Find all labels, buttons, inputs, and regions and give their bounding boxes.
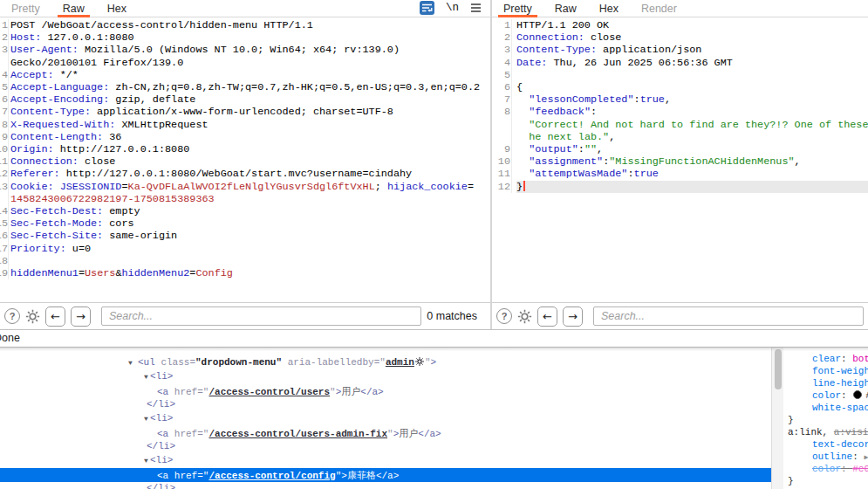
- markup-row[interactable]: ▼<li>: [0, 370, 771, 384]
- css-rule-line[interactable]: color: #e04: [812, 464, 868, 475]
- markup-row[interactable]: <a href="/access-control/users-admin-fix…: [0, 426, 771, 440]
- scrollbar-thumb[interactable]: [775, 349, 782, 389]
- tab-raw[interactable]: Raw: [61, 1, 86, 17]
- markup-row[interactable]: ▼<ul class="dropdown-menu" aria-labelled…: [0, 356, 771, 370]
- response-editor[interactable]: 1HTTP/1.1 200 OK2Connection: close3Conte…: [492, 17, 868, 302]
- request-line: 19hiddenMenu1=Users&hiddenMenu2=Config: [0, 267, 490, 279]
- response-line: 4Date: Thu, 26 Jun 2025 06:56:36 GMT: [492, 57, 868, 69]
- css-rule-line[interactable]: line-height:: [812, 378, 868, 389]
- response-line: 3Content-Type: application/json: [492, 44, 868, 56]
- response-tabbar: PrettyRawHexRender: [492, 0, 868, 17]
- request-line: 9Content-Length: 36: [0, 131, 490, 143]
- response-panel: PrettyRawHexRender 1HTTP/1.1 200 OK2Conn…: [490, 0, 868, 329]
- css-rule-line[interactable]: color: #: [812, 390, 868, 402]
- request-line: 1458243006722982197-1750815389363: [0, 193, 490, 205]
- request-line: 13Cookie: JSESSIONID=Ka-QvDFLaAlWVOI2fLe…: [0, 181, 490, 193]
- wrap-lines-icon[interactable]: [420, 1, 434, 15]
- response-line: 8 "feedback":: [492, 106, 868, 118]
- search-next-button[interactable]: →: [71, 306, 91, 327]
- expand-arrow-icon[interactable]: ▼: [144, 457, 148, 465]
- help-icon[interactable]: ?: [4, 308, 20, 324]
- response-line: 5: [492, 69, 868, 81]
- request-search-input[interactable]: [101, 306, 421, 326]
- request-search-matches: 0 matches: [427, 310, 486, 322]
- css-rule-line[interactable]: outline: ▶ r: [812, 451, 868, 463]
- css-rule-line[interactable]: text-decoration:: [812, 439, 868, 451]
- search-settings-gear-icon[interactable]: [25, 309, 40, 324]
- search-previous-button[interactable]: ←: [537, 306, 557, 327]
- burp-message-editors: PrettyRawHex \n 1POST /WebGoat/access-co…: [0, 0, 868, 330]
- request-toolbar: \n: [420, 1, 482, 15]
- response-line: 1HTTP/1.1 200 OK: [492, 19, 868, 31]
- expand-arrow-icon[interactable]: ▼: [128, 359, 133, 367]
- text-cursor: [523, 181, 525, 191]
- markup-row[interactable]: ▼<li>: [0, 454, 771, 468]
- node-picker-icon[interactable]: [415, 357, 424, 368]
- devtools-inspector: </b> ▼<ul class="dropdown-menu" aria-lab…: [0, 348, 868, 489]
- request-line: 14Sec-Fetch-Dest: empty: [0, 205, 490, 217]
- request-tabs: PrettyRawHex: [0, 0, 138, 15]
- response-line: he next lab.",: [492, 131, 868, 143]
- request-line: 4Accept: */*: [0, 69, 490, 81]
- request-line: 16Sec-Fetch-Site: same-origin: [0, 230, 490, 242]
- css-rule-line[interactable]: a:link, a:visited: [788, 427, 868, 438]
- response-search-input[interactable]: [593, 306, 864, 326]
- request-line: 18: [0, 255, 490, 267]
- response-line: 6{: [492, 81, 868, 93]
- request-line: 10Origin: http://127.0.0.1:8080: [0, 143, 490, 155]
- help-icon[interactable]: ?: [496, 308, 512, 324]
- newline-toggle[interactable]: \n: [446, 2, 459, 14]
- response-line: 10 "assignment":"MissingFunctionACHidden…: [492, 155, 868, 168]
- expand-arrow-icon[interactable]: ▼: [144, 373, 148, 381]
- request-line: 17Priority: u=0: [0, 243, 490, 255]
- request-searchbar: ? ← → 0 matches: [0, 302, 490, 329]
- request-line: 3User-Agent: Mozilla/5.0 (Windows NT 10.…: [0, 44, 490, 56]
- markup-row-selected[interactable]: <a href="/access-control/config">康菲格</a>: [0, 468, 771, 482]
- request-line: 12Referer: http://127.0.0.1:8080/WebGoat…: [0, 168, 490, 180]
- request-line: 15Sec-Fetch-Mode: cors: [0, 217, 490, 230]
- tab-pretty[interactable]: Pretty: [10, 1, 42, 17]
- response-searchbar: ? ← →: [492, 302, 868, 329]
- tab-pretty[interactable]: Pretty: [502, 1, 534, 17]
- request-line: Gecko/20100101 Firefox/139.0: [0, 57, 490, 69]
- markup-row[interactable]: ▼<li>: [0, 412, 771, 426]
- devtools-scrollbar[interactable]: [771, 348, 783, 489]
- search-next-button[interactable]: →: [563, 306, 583, 327]
- markup-row[interactable]: </li>: [0, 398, 771, 412]
- response-line: "Correct! And not hard to find are they?…: [492, 119, 868, 131]
- css-rule-line[interactable]: }: [788, 415, 794, 426]
- tab-raw[interactable]: Raw: [553, 1, 578, 17]
- devtools-rules-view[interactable]: clear: bothfont-weight: line-height: col…: [784, 348, 868, 489]
- search-settings-gear-icon[interactable]: [517, 309, 532, 324]
- tab-hex[interactable]: Hex: [598, 1, 620, 17]
- request-line: 5Accept-Language: zh-CN,zh;q=0.8,zh-TW;q…: [0, 81, 490, 93]
- tab-render[interactable]: Render: [639, 1, 679, 17]
- editor-menu-icon[interactable]: [470, 3, 482, 13]
- request-panel: PrettyRawHex \n 1POST /WebGoat/access-co…: [0, 0, 490, 329]
- status-text: Done: [0, 332, 20, 344]
- expand-arrow-icon[interactable]: ▼: [144, 415, 148, 423]
- response-line: 7 "lessonCompleted":true,: [492, 93, 868, 106]
- request-line: 2Host: 127.0.0.1:8080: [0, 31, 490, 44]
- response-line: 2Connection: close: [492, 31, 868, 44]
- css-rule-line[interactable]: }: [788, 476, 794, 487]
- response-line: 12}: [492, 181, 868, 193]
- css-rule-line[interactable]: white-space:: [812, 403, 868, 414]
- request-tabbar: PrettyRawHex \n: [0, 0, 490, 17]
- search-previous-button[interactable]: ←: [45, 306, 65, 327]
- color-swatch[interactable]: [853, 390, 862, 399]
- markup-row[interactable]: </li>: [0, 440, 771, 454]
- css-rule-line[interactable]: clear: both: [812, 354, 868, 365]
- markup-row[interactable]: <a href="/access-control/users">用户</a>: [0, 384, 771, 398]
- request-line: 1POST /WebGoat/access-control/hidden-men…: [0, 19, 490, 31]
- request-editor[interactable]: 1POST /WebGoat/access-control/hidden-men…: [0, 17, 490, 302]
- devtools-markup-view[interactable]: </b> ▼<ul class="dropdown-menu" aria-lab…: [0, 348, 771, 489]
- request-line: 7Content-Type: application/x-www-form-ur…: [0, 106, 490, 118]
- css-rule-line[interactable]: font-weight:: [812, 366, 868, 377]
- markup-row[interactable]: </li>: [0, 482, 771, 489]
- request-line: 8X-Requested-With: XMLHttpRequest: [0, 119, 490, 131]
- response-tabs: PrettyRawHexRender: [492, 0, 688, 15]
- request-line: 6Accept-Encoding: gzip, deflate: [0, 93, 490, 106]
- tab-hex[interactable]: Hex: [106, 1, 128, 17]
- request-line: 11Connection: close: [0, 155, 490, 168]
